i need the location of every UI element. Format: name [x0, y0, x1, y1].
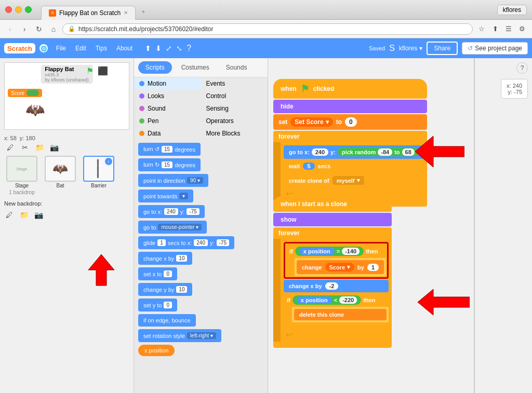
show-block[interactable]: show [273, 213, 392, 226]
towards-dropdown[interactable]: ▾ [179, 193, 188, 199]
wait-secs-block[interactable]: wait 5 secs [284, 160, 424, 172]
score-toggle[interactable] [26, 90, 39, 96]
close-button[interactable] [5, 6, 12, 13]
clone-target-dropdown[interactable]: myself ▾ [332, 176, 364, 185]
home-button[interactable]: ⌂ [48, 23, 59, 35]
score-initial-value[interactable]: 0 [345, 117, 357, 127]
stop-button[interactable]: ⬛ [98, 66, 108, 76]
set-score-block[interactable]: set Set Score ▾ to 0 [273, 114, 427, 130]
wait-val-display[interactable]: 5 [303, 162, 314, 170]
point-direction-block[interactable]: point in direction 90 ▾ [138, 174, 208, 187]
goto-mousepointer-block[interactable]: go to mouse-pointer ▾ [138, 221, 207, 234]
download-icon[interactable]: ⬇ [155, 44, 162, 52]
change-x-val[interactable]: -2 [325, 282, 339, 290]
upload-icon[interactable]: ⬆ [145, 44, 151, 52]
control-category[interactable]: Control [201, 90, 268, 102]
backdrop-upload-icon[interactable]: 📁 [19, 210, 29, 220]
change-x-block[interactable]: change x by 10 [138, 252, 192, 265]
sensing-category[interactable]: Sensing [201, 102, 268, 115]
upload-sprite-icon[interactable]: 📁 [34, 142, 45, 153]
green-flag-button[interactable]: ⚑ [86, 66, 94, 76]
file-menu[interactable]: File [52, 43, 70, 54]
x-pos-condition[interactable]: x position = -140 [295, 247, 364, 256]
when-clicked-block[interactable]: when ⚑ when clicked clicked [273, 79, 427, 99]
operators-category[interactable]: Operators [201, 115, 268, 127]
sprite-item-bat[interactable]: 🦇 Bat [43, 156, 78, 195]
active-tab[interactable]: S Flappy Bat on Scratch ✕ [41, 6, 136, 20]
turn-right-block[interactable]: turn ↻ 15 degrees [138, 158, 201, 171]
sprite-item-barrier[interactable]: i ▌▌▌ Barrier [81, 156, 116, 195]
create-clone-block[interactable]: create clone of myself ▾ [284, 173, 424, 187]
if-on-edge-block[interactable]: if on edge, bounce [138, 314, 196, 327]
goto-xy-block[interactable]: go to x: 240 y: -75 [138, 205, 205, 218]
back-button[interactable]: ‹ [4, 23, 16, 35]
forever2-block[interactable]: forever [273, 227, 392, 239]
x-pos-condition2[interactable]: x position < -220 [292, 295, 361, 305]
events-category[interactable]: Events [201, 77, 268, 90]
glide-block[interactable]: glide 1 secs to x: 240 y: -75 [138, 236, 234, 249]
scripts-tab[interactable]: Scripts [138, 61, 172, 74]
x-position-reporter[interactable]: x position [138, 345, 175, 356]
tips-menu[interactable]: Tips [91, 43, 111, 54]
rotation-dropdown[interactable]: left-right ▾ [187, 332, 216, 339]
turn-left-block[interactable]: turn ↺ 15 degrees [138, 143, 201, 156]
motion-category[interactable]: Motion [134, 77, 201, 90]
tab-close-button[interactable]: ✕ [124, 10, 128, 16]
neg220-val[interactable]: -220 [339, 296, 357, 304]
share-button[interactable]: Share [427, 42, 458, 55]
reload-button[interactable]: ↻ [33, 23, 45, 35]
maximize-button[interactable] [25, 6, 32, 13]
fullscreen-icon[interactable]: ⤢ [166, 44, 172, 52]
about-menu[interactable]: About [112, 43, 137, 54]
help-button[interactable]: ? [516, 62, 528, 74]
window-controls[interactable] [5, 6, 32, 13]
see-project-button[interactable]: ↺ See project page [462, 42, 528, 55]
data-category[interactable]: Data [134, 127, 201, 140]
minimize-button[interactable] [15, 6, 22, 13]
set-y-block[interactable]: set y to 0 [138, 299, 177, 311]
set-x-block[interactable]: set x to 0 [138, 267, 177, 280]
change-x-by-block[interactable]: change x by -2 [284, 280, 389, 292]
reading-icon[interactable]: ☰ [503, 23, 514, 35]
compress-icon[interactable]: ⤡ [176, 44, 182, 52]
edit-menu[interactable]: Edit [71, 43, 90, 54]
sounds-tab[interactable]: Sounds [219, 61, 255, 74]
pen-category[interactable]: Pen [134, 115, 201, 127]
backdrop-camera-icon[interactable]: 📷 [33, 210, 44, 220]
stage-action-buttons[interactable]: ⚑ ⬛ [86, 66, 108, 76]
hide-block[interactable]: hide [273, 100, 427, 113]
delete-clone-block[interactable]: delete this clone [294, 309, 387, 320]
score-variable-dropdown[interactable]: Set Score ▾ [290, 117, 332, 127]
goto-random-block[interactable]: go to x: 240 y: pick random -84 to 68 [284, 145, 424, 159]
change-score-block[interactable]: change Score ▾ by 1 [297, 260, 384, 274]
costumes-tab[interactable]: Costumes [174, 61, 217, 74]
forward-button[interactable]: › [19, 23, 30, 35]
pick-random-block[interactable]: pick random -84 to 68 [338, 148, 419, 156]
star-icon[interactable]: ☆ [476, 23, 487, 35]
settings-icon[interactable]: ⚙ [516, 23, 528, 35]
new-tab-button[interactable]: + [136, 4, 151, 20]
help-icon[interactable]: ? [187, 44, 191, 53]
share-icon[interactable]: ⬆ [489, 23, 501, 35]
goto-target-dropdown[interactable]: mouse-pointer ▾ [158, 224, 202, 231]
goto-x-number[interactable]: 240 [312, 148, 328, 156]
sound-category[interactable]: Sound [134, 102, 201, 115]
when-clone-block[interactable]: when I start as a clone [273, 196, 392, 212]
backdrop-paint-icon[interactable]: 🖊 [4, 210, 15, 220]
user-menu[interactable]: kflores ▾ [399, 45, 422, 52]
costume-paint-icon[interactable]: 🖊 [5, 142, 16, 153]
random-from-val[interactable]: -84 [378, 148, 392, 156]
url-bar[interactable]: 🔒 https://scratch.mit.edu/projects/53706… [62, 23, 473, 35]
camera-sprite-icon[interactable]: 📷 [49, 142, 59, 153]
point-towards-block[interactable]: point towards ▾ [138, 189, 193, 202]
direction-dropdown[interactable]: 90 ▾ [187, 177, 203, 184]
costume-stamp-icon[interactable]: ✂ [20, 142, 30, 153]
score-change-dropdown[interactable]: Score ▾ [325, 263, 355, 272]
score-change-val[interactable]: 1 [367, 264, 379, 271]
more-blocks-category[interactable]: More Blocks [201, 127, 268, 140]
globe-icon[interactable]: 🌐 [39, 44, 48, 52]
looks-category[interactable]: Looks [134, 90, 201, 102]
set-rotation-block[interactable]: set rotation style left-right ▾ [138, 329, 221, 342]
sprite-item-stage[interactable]: Stage Stage 1 backdrop [4, 156, 39, 195]
scratch-logo[interactable]: Scratch [4, 43, 35, 53]
